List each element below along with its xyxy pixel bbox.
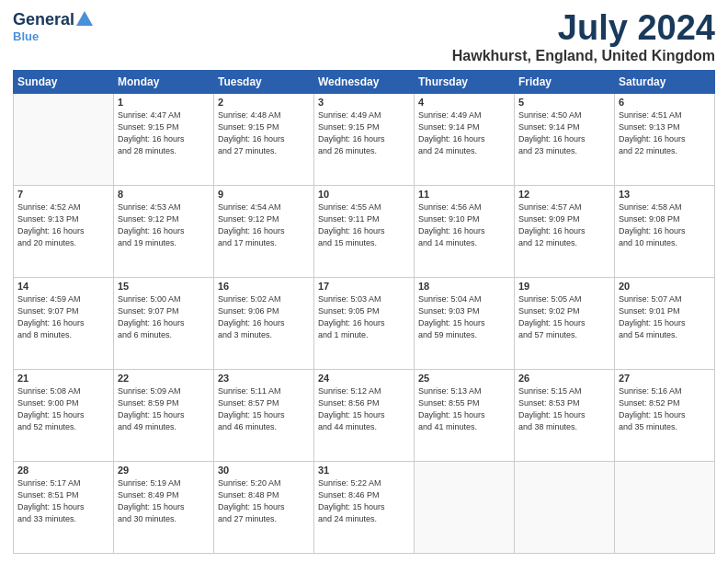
calendar-cell: 10Sunrise: 4:55 AM Sunset: 9:11 PM Dayli… [314, 185, 415, 277]
day-number: 9 [218, 189, 310, 200]
cell-info: Sunrise: 4:53 AM Sunset: 9:12 PM Dayligh… [118, 201, 210, 249]
calendar-cell: 23Sunrise: 5:11 AM Sunset: 8:57 PM Dayli… [214, 369, 314, 461]
calendar-cell: 11Sunrise: 4:56 AM Sunset: 9:10 PM Dayli… [415, 185, 515, 277]
logo-icon [74, 9, 95, 29]
cell-info: Sunrise: 5:16 AM Sunset: 8:52 PM Dayligh… [619, 385, 711, 433]
calendar-cell: 28Sunrise: 5:17 AM Sunset: 8:51 PM Dayli… [14, 461, 114, 553]
cell-info: Sunrise: 5:20 AM Sunset: 8:48 PM Dayligh… [218, 477, 310, 525]
cell-info: Sunrise: 4:47 AM Sunset: 9:15 PM Dayligh… [118, 109, 210, 157]
day-number: 21 [17, 373, 109, 384]
day-header-wednesday: Wednesday [314, 70, 415, 93]
cell-info: Sunrise: 4:57 AM Sunset: 9:09 PM Dayligh… [518, 201, 610, 249]
day-number: 23 [218, 373, 310, 384]
calendar-cell: 16Sunrise: 5:02 AM Sunset: 9:06 PM Dayli… [214, 277, 314, 369]
calendar-cell: 31Sunrise: 5:22 AM Sunset: 8:46 PM Dayli… [314, 461, 415, 553]
day-header-friday: Friday [515, 70, 615, 93]
calendar-week-1: 1Sunrise: 4:47 AM Sunset: 9:15 PM Daylig… [14, 93, 715, 185]
day-header-thursday: Thursday [415, 70, 515, 93]
svg-marker-0 [76, 11, 93, 26]
calendar-cell [415, 461, 515, 553]
day-number: 30 [218, 465, 310, 476]
calendar-cell: 20Sunrise: 5:07 AM Sunset: 9:01 PM Dayli… [615, 277, 715, 369]
calendar-cell: 7Sunrise: 4:52 AM Sunset: 9:13 PM Daylig… [14, 185, 114, 277]
title-section: July 2024 Hawkhurst, England, United Kin… [452, 9, 715, 64]
day-number: 1 [118, 97, 210, 108]
calendar-cell: 8Sunrise: 4:53 AM Sunset: 9:12 PM Daylig… [114, 185, 214, 277]
calendar-cell: 17Sunrise: 5:03 AM Sunset: 9:05 PM Dayli… [314, 277, 415, 369]
day-number: 3 [318, 97, 410, 108]
page: General Blue July 2024 Hawkhurst, Englan… [0, 0, 728, 563]
calendar-week-4: 21Sunrise: 5:08 AM Sunset: 9:00 PM Dayli… [14, 369, 715, 461]
calendar-table: SundayMondayTuesdayWednesdayThursdayFrid… [13, 70, 715, 554]
day-number: 25 [418, 373, 510, 384]
cell-info: Sunrise: 5:08 AM Sunset: 9:00 PM Dayligh… [17, 385, 109, 433]
day-number: 20 [619, 281, 711, 292]
day-number: 14 [17, 281, 109, 292]
month-title: July 2024 [452, 9, 715, 48]
cell-info: Sunrise: 4:56 AM Sunset: 9:10 PM Dayligh… [418, 201, 510, 249]
cell-info: Sunrise: 4:59 AM Sunset: 9:07 PM Dayligh… [17, 293, 109, 341]
calendar-cell [14, 93, 114, 185]
calendar-cell: 26Sunrise: 5:15 AM Sunset: 8:53 PM Dayli… [515, 369, 615, 461]
cell-info: Sunrise: 5:11 AM Sunset: 8:57 PM Dayligh… [218, 385, 310, 433]
calendar-cell [615, 461, 715, 553]
calendar-cell [515, 461, 615, 553]
cell-info: Sunrise: 5:05 AM Sunset: 9:02 PM Dayligh… [518, 293, 610, 341]
calendar-cell: 2Sunrise: 4:48 AM Sunset: 9:15 PM Daylig… [214, 93, 314, 185]
cell-info: Sunrise: 5:12 AM Sunset: 8:56 PM Dayligh… [318, 385, 410, 433]
calendar-cell: 12Sunrise: 4:57 AM Sunset: 9:09 PM Dayli… [515, 185, 615, 277]
day-number: 12 [518, 189, 610, 200]
cell-info: Sunrise: 4:51 AM Sunset: 9:13 PM Dayligh… [619, 109, 711, 157]
day-number: 10 [318, 189, 410, 200]
day-number: 28 [17, 465, 109, 476]
cell-info: Sunrise: 4:54 AM Sunset: 9:12 PM Dayligh… [218, 201, 310, 249]
cell-info: Sunrise: 4:50 AM Sunset: 9:14 PM Dayligh… [518, 109, 610, 157]
day-number: 13 [619, 189, 711, 200]
day-number: 24 [318, 373, 410, 384]
cell-info: Sunrise: 4:52 AM Sunset: 9:13 PM Dayligh… [17, 201, 109, 249]
header: General Blue July 2024 Hawkhurst, Englan… [13, 9, 715, 64]
day-number: 11 [418, 189, 510, 200]
location: Hawkhurst, England, United Kingdom [452, 48, 715, 64]
calendar-cell: 3Sunrise: 4:49 AM Sunset: 9:15 PM Daylig… [314, 93, 415, 185]
day-header-sunday: Sunday [14, 70, 114, 93]
calendar-cell: 4Sunrise: 4:49 AM Sunset: 9:14 PM Daylig… [415, 93, 515, 185]
cell-info: Sunrise: 4:49 AM Sunset: 9:15 PM Dayligh… [318, 109, 410, 157]
cell-info: Sunrise: 5:03 AM Sunset: 9:05 PM Dayligh… [318, 293, 410, 341]
cell-info: Sunrise: 4:48 AM Sunset: 9:15 PM Dayligh… [218, 109, 310, 157]
day-header-tuesday: Tuesday [214, 70, 314, 93]
day-number: 4 [418, 97, 510, 108]
calendar-cell: 6Sunrise: 4:51 AM Sunset: 9:13 PM Daylig… [615, 93, 715, 185]
cell-info: Sunrise: 4:58 AM Sunset: 9:08 PM Dayligh… [619, 201, 711, 249]
logo-blue: Blue [13, 29, 39, 43]
cell-info: Sunrise: 5:02 AM Sunset: 9:06 PM Dayligh… [218, 293, 310, 341]
calendar-cell: 14Sunrise: 4:59 AM Sunset: 9:07 PM Dayli… [14, 277, 114, 369]
calendar-cell: 13Sunrise: 4:58 AM Sunset: 9:08 PM Dayli… [615, 185, 715, 277]
cell-info: Sunrise: 4:55 AM Sunset: 9:11 PM Dayligh… [318, 201, 410, 249]
day-number: 19 [518, 281, 610, 292]
calendar-cell: 15Sunrise: 5:00 AM Sunset: 9:07 PM Dayli… [114, 277, 214, 369]
calendar-header: SundayMondayTuesdayWednesdayThursdayFrid… [14, 70, 715, 93]
calendar-body: 1Sunrise: 4:47 AM Sunset: 9:15 PM Daylig… [14, 93, 715, 553]
calendar-week-3: 14Sunrise: 4:59 AM Sunset: 9:07 PM Dayli… [14, 277, 715, 369]
day-number: 27 [619, 373, 711, 384]
calendar-cell: 27Sunrise: 5:16 AM Sunset: 8:52 PM Dayli… [615, 369, 715, 461]
day-number: 8 [118, 189, 210, 200]
calendar-week-2: 7Sunrise: 4:52 AM Sunset: 9:13 PM Daylig… [14, 185, 715, 277]
cell-info: Sunrise: 5:17 AM Sunset: 8:51 PM Dayligh… [17, 477, 109, 525]
cell-info: Sunrise: 5:19 AM Sunset: 8:49 PM Dayligh… [118, 477, 210, 525]
cell-info: Sunrise: 5:00 AM Sunset: 9:07 PM Dayligh… [118, 293, 210, 341]
day-number: 18 [418, 281, 510, 292]
day-number: 31 [318, 465, 410, 476]
calendar-cell: 29Sunrise: 5:19 AM Sunset: 8:49 PM Dayli… [114, 461, 214, 553]
cell-info: Sunrise: 5:04 AM Sunset: 9:03 PM Dayligh… [418, 293, 510, 341]
calendar-cell: 18Sunrise: 5:04 AM Sunset: 9:03 PM Dayli… [415, 277, 515, 369]
calendar-cell: 24Sunrise: 5:12 AM Sunset: 8:56 PM Dayli… [314, 369, 415, 461]
calendar-cell: 25Sunrise: 5:13 AM Sunset: 8:55 PM Dayli… [415, 369, 515, 461]
calendar-cell: 5Sunrise: 4:50 AM Sunset: 9:14 PM Daylig… [515, 93, 615, 185]
calendar-cell: 1Sunrise: 4:47 AM Sunset: 9:15 PM Daylig… [114, 93, 214, 185]
day-number: 26 [518, 373, 610, 384]
cell-info: Sunrise: 5:09 AM Sunset: 8:59 PM Dayligh… [118, 385, 210, 433]
day-number: 7 [17, 189, 109, 200]
day-number: 29 [118, 465, 210, 476]
